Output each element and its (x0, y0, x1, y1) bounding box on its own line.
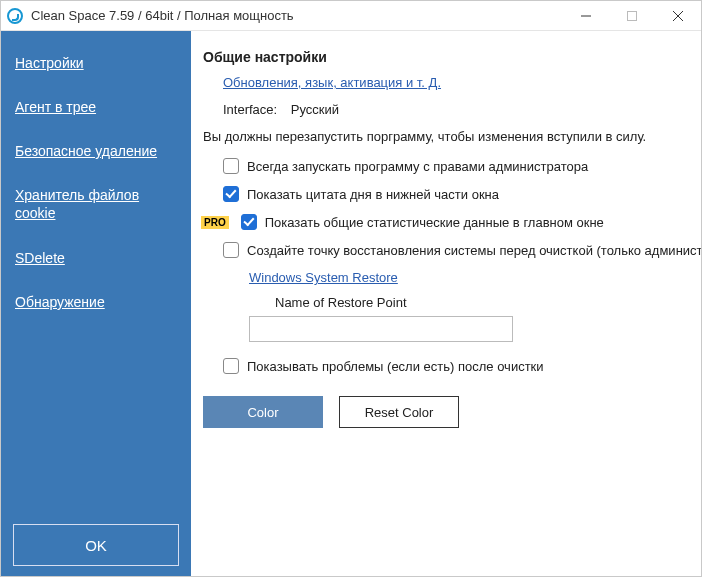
option-restore: Создайте точку восстановления системы пе… (203, 242, 701, 258)
label-restore: Создайте точку восстановления системы пе… (247, 243, 701, 258)
pro-badge: PRO (201, 216, 229, 229)
window-title: Clean Space 7.59 / 64bit / Полная мощнос… (31, 8, 294, 23)
sidebar-item-detection[interactable]: Обнаружение (1, 280, 191, 324)
sidebar-item-cookie-keeper[interactable]: Хранитель файлов cookie (1, 173, 191, 236)
checkbox-stats[interactable] (241, 214, 257, 230)
restore-point-input[interactable] (249, 316, 513, 342)
sidebar-item-settings[interactable]: Настройки (1, 41, 191, 85)
sidebar-item-sdelete[interactable]: SDelete (1, 236, 191, 280)
interface-value: Русский (291, 102, 339, 117)
page-title: Общие настройки (203, 49, 701, 65)
option-stats: PRO Показать общие статистические данные… (203, 214, 701, 230)
titlebar: Clean Space 7.59 / 64bit / Полная мощнос… (1, 1, 701, 31)
sidebar-item-secure-delete[interactable]: Безопасное удаление (1, 129, 191, 173)
checkbox-quote[interactable] (223, 186, 239, 202)
restart-note: Вы должны перезапустить порграмму, чтобы… (203, 129, 701, 144)
option-problems: Показывать проблемы (если есть) после оч… (203, 358, 701, 374)
close-button[interactable] (655, 1, 701, 31)
minimize-button[interactable] (563, 1, 609, 31)
interface-row: Interface: Русский (223, 102, 701, 117)
option-admin: Всегда запускать программу с правами адм… (203, 158, 701, 174)
checkbox-restore[interactable] (223, 242, 239, 258)
app-icon (7, 8, 23, 24)
label-quote: Показать цитата дня в нижней части окна (247, 187, 499, 202)
label-stats: Показать общие статистические данные в г… (265, 215, 604, 230)
sidebar: Настройки Агент в трее Безопасное удален… (1, 31, 191, 577)
reset-color-button[interactable]: Reset Color (339, 396, 459, 428)
minimize-icon (581, 11, 591, 21)
ok-button[interactable]: OK (13, 524, 179, 566)
interface-label: Interface: (223, 102, 277, 117)
close-icon (673, 11, 683, 21)
option-quote: Показать цитата дня в нижней части окна (203, 186, 701, 202)
checkbox-problems[interactable] (223, 358, 239, 374)
label-problems: Показывать проблемы (если есть) после оч… (247, 359, 544, 374)
maximize-button[interactable] (609, 1, 655, 31)
sidebar-item-agent[interactable]: Агент в трее (1, 85, 191, 129)
restore-field-label: Name of Restore Point (275, 295, 701, 310)
svg-rect-1 (628, 11, 637, 20)
subsection-link[interactable]: Обновления, язык, активация и т. Д. (223, 75, 441, 90)
main-panel: Общие настройки Обновления, язык, актива… (191, 31, 701, 577)
label-admin: Всегда запускать программу с правами адм… (247, 159, 588, 174)
color-button[interactable]: Color (203, 396, 323, 428)
restore-link[interactable]: Windows System Restore (249, 270, 398, 285)
checkbox-admin[interactable] (223, 158, 239, 174)
maximize-icon (627, 11, 637, 21)
